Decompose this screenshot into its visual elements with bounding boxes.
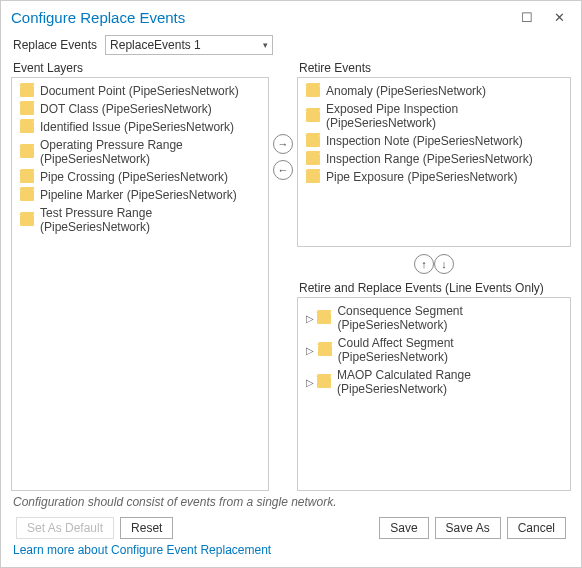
save-button[interactable]: Save bbox=[379, 517, 428, 539]
item-label: Anomaly (PipeSeriesNetwork) bbox=[326, 84, 486, 98]
item-label: Inspection Note (PipeSeriesNetwork) bbox=[326, 134, 523, 148]
layer-icon bbox=[20, 122, 34, 133]
list-item[interactable]: Operating Pressure Range (PipeSeriesNetw… bbox=[16, 136, 264, 168]
expand-icon[interactable]: ▷ bbox=[304, 377, 315, 388]
retire-replace-events-list[interactable]: ▷Consequence Segment (PipeSeriesNetwork)… bbox=[297, 297, 571, 491]
maximize-button[interactable]: ☐ bbox=[511, 10, 543, 25]
layer-icon bbox=[20, 147, 34, 158]
learn-more-link[interactable]: Learn more about Configure Event Replace… bbox=[11, 543, 571, 561]
item-label: Pipeline Marker (PipeSeriesNetwork) bbox=[40, 188, 237, 202]
layer-icon bbox=[306, 86, 320, 97]
move-up-button[interactable]: ↑ bbox=[414, 254, 434, 274]
layer-icon bbox=[306, 136, 320, 147]
event-layers-column: Event Layers Document Point (PipeSeriesN… bbox=[11, 61, 269, 491]
layer-icon bbox=[306, 172, 320, 183]
layer-icon bbox=[317, 313, 331, 324]
layer-icon bbox=[20, 190, 34, 201]
item-label: Pipe Crossing (PipeSeriesNetwork) bbox=[40, 170, 228, 184]
item-label: Exposed Pipe Inspection (PipeSeriesNetwo… bbox=[326, 102, 564, 130]
move-left-button[interactable]: ← bbox=[273, 160, 293, 180]
layer-icon bbox=[306, 154, 320, 165]
replace-events-row: Replace Events ReplaceEvents 1 ▾ bbox=[11, 35, 571, 55]
retire-replace-title: Retire and Replace Events (Line Events O… bbox=[297, 281, 571, 295]
main-area: Event Layers Document Point (PipeSeriesN… bbox=[11, 61, 571, 491]
right-column: Retire Events Anomaly (PipeSeriesNetwork… bbox=[297, 61, 571, 491]
cancel-button[interactable]: Cancel bbox=[507, 517, 566, 539]
reset-button[interactable]: Reset bbox=[120, 517, 173, 539]
event-layers-list[interactable]: Document Point (PipeSeriesNetwork)DOT Cl… bbox=[11, 77, 269, 491]
tree-item[interactable]: ▷Could Affect Segment (PipeSeriesNetwork… bbox=[302, 334, 566, 366]
list-item[interactable]: Anomaly (PipeSeriesNetwork) bbox=[302, 82, 566, 100]
item-label: Consequence Segment (PipeSeriesNetwork) bbox=[337, 304, 564, 332]
titlebar: Configure Replace Events ☐ ✕ bbox=[1, 1, 581, 29]
layer-icon bbox=[20, 104, 34, 115]
replace-events-label: Replace Events bbox=[13, 38, 97, 52]
list-item[interactable]: Inspection Range (PipeSeriesNetwork) bbox=[302, 150, 566, 168]
event-layers-title: Event Layers bbox=[11, 61, 269, 75]
move-down-button[interactable]: ↓ bbox=[434, 254, 454, 274]
save-as-button[interactable]: Save As bbox=[435, 517, 501, 539]
list-item[interactable]: Document Point (PipeSeriesNetwork) bbox=[16, 82, 264, 100]
replace-events-value: ReplaceEvents 1 bbox=[110, 38, 201, 52]
list-item[interactable]: Pipe Crossing (PipeSeriesNetwork) bbox=[16, 168, 264, 186]
config-hint: Configuration should consist of events f… bbox=[11, 491, 571, 515]
retire-events-list[interactable]: Anomaly (PipeSeriesNetwork)Exposed Pipe … bbox=[297, 77, 571, 247]
list-item[interactable]: Test Pressure Range (PipeSeriesNetwork) bbox=[16, 204, 264, 236]
expand-icon[interactable]: ▷ bbox=[304, 313, 315, 324]
item-label: Document Point (PipeSeriesNetwork) bbox=[40, 84, 239, 98]
item-label: Inspection Range (PipeSeriesNetwork) bbox=[326, 152, 533, 166]
layer-icon bbox=[20, 172, 34, 183]
replace-events-dropdown[interactable]: ReplaceEvents 1 ▾ bbox=[105, 35, 273, 55]
tree-item[interactable]: ▷MAOP Calculated Range (PipeSeriesNetwor… bbox=[302, 366, 566, 398]
item-label: DOT Class (PipeSeriesNetwork) bbox=[40, 102, 212, 116]
item-label: Identified Issue (PipeSeriesNetwork) bbox=[40, 120, 234, 134]
dialog-content: Replace Events ReplaceEvents 1 ▾ Event L… bbox=[1, 29, 581, 567]
close-button[interactable]: ✕ bbox=[543, 10, 575, 25]
list-item[interactable]: Exposed Pipe Inspection (PipeSeriesNetwo… bbox=[302, 100, 566, 132]
layer-icon bbox=[306, 111, 320, 122]
item-label: MAOP Calculated Range (PipeSeriesNetwork… bbox=[337, 368, 564, 396]
tree-item[interactable]: ▷Consequence Segment (PipeSeriesNetwork) bbox=[302, 302, 566, 334]
move-retire-arrows: → ← bbox=[269, 61, 297, 491]
item-label: Test Pressure Range (PipeSeriesNetwork) bbox=[40, 206, 262, 234]
list-item[interactable]: Pipe Exposure (PipeSeriesNetwork) bbox=[302, 168, 566, 186]
list-item[interactable]: Pipeline Marker (PipeSeriesNetwork) bbox=[16, 186, 264, 204]
set-as-default-button: Set As Default bbox=[16, 517, 114, 539]
move-right-button[interactable]: → bbox=[273, 134, 293, 154]
item-label: Operating Pressure Range (PipeSeriesNetw… bbox=[40, 138, 262, 166]
item-label: Could Affect Segment (PipeSeriesNetwork) bbox=[338, 336, 564, 364]
button-row: Set As Default Reset Save Save As Cancel bbox=[11, 515, 571, 543]
window-title: Configure Replace Events bbox=[11, 9, 511, 26]
expand-icon[interactable]: ▷ bbox=[304, 345, 316, 356]
layer-icon bbox=[20, 215, 34, 226]
list-item[interactable]: Inspection Note (PipeSeriesNetwork) bbox=[302, 132, 566, 150]
chevron-down-icon: ▾ bbox=[263, 40, 268, 50]
retire-events-title: Retire Events bbox=[297, 61, 571, 75]
layer-icon bbox=[318, 345, 332, 356]
list-item[interactable]: DOT Class (PipeSeriesNetwork) bbox=[16, 100, 264, 118]
list-item[interactable]: Identified Issue (PipeSeriesNetwork) bbox=[16, 118, 264, 136]
layer-icon bbox=[317, 377, 331, 388]
configure-replace-events-dialog: Configure Replace Events ☐ ✕ Replace Eve… bbox=[0, 0, 582, 568]
retire-reorder-row: ↑ ↓ bbox=[297, 251, 571, 277]
layer-icon bbox=[20, 86, 34, 97]
item-label: Pipe Exposure (PipeSeriesNetwork) bbox=[326, 170, 517, 184]
